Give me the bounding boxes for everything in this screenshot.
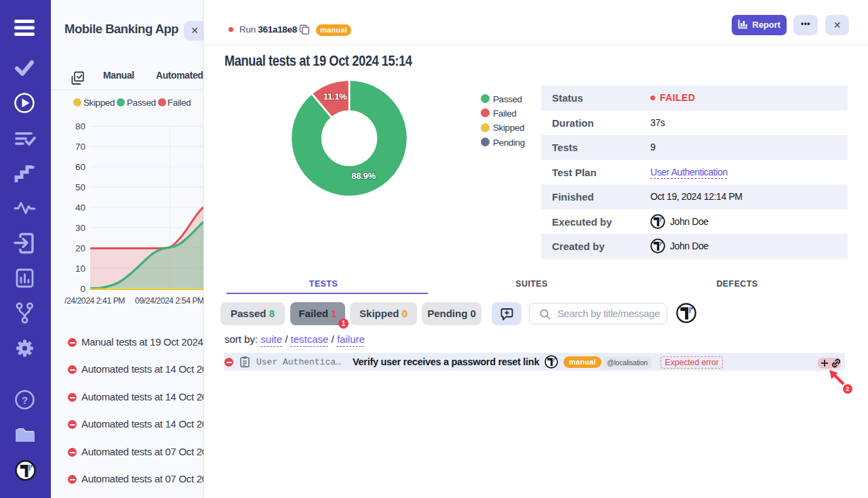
svg-text:70: 70 bbox=[75, 142, 85, 152]
svg-text:30: 30 bbox=[75, 223, 85, 233]
svg-text:09/24/2024 2:54 PM: 09/24/2024 2:54 PM bbox=[135, 296, 203, 306]
svg-text:88.9%: 88.9% bbox=[351, 171, 376, 181]
svg-text:80: 80 bbox=[75, 121, 85, 131]
svg-text:50: 50 bbox=[75, 182, 85, 192]
svg-text:?: ? bbox=[22, 394, 28, 406]
svg-text:60: 60 bbox=[75, 162, 85, 172]
svg-text:10: 10 bbox=[75, 264, 85, 274]
svg-text:/24/2024 2:41 PM: /24/2024 2:41 PM bbox=[64, 296, 125, 306]
svg-text:20: 20 bbox=[75, 243, 85, 253]
svg-text:40: 40 bbox=[75, 203, 85, 213]
svg-text:11.1%: 11.1% bbox=[323, 91, 347, 102]
svg-text:0: 0 bbox=[80, 284, 85, 294]
